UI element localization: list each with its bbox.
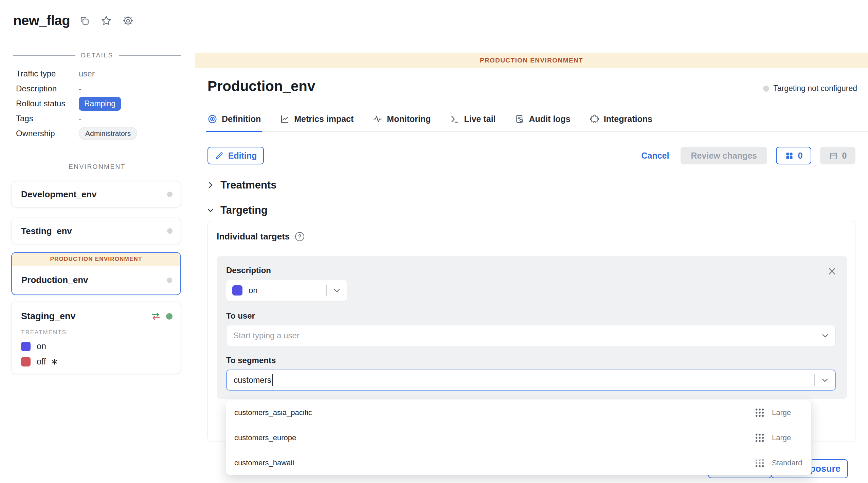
feature-flag-page: new_flag DETAILS Traffic type user Descr… — [0, 0, 868, 483]
environment-heading: ENVIRONMENT — [69, 163, 126, 171]
chevron-down-icon[interactable] — [820, 331, 830, 340]
terminal-icon — [450, 114, 459, 124]
help-icon[interactable] — [295, 232, 304, 241]
cancel-link[interactable]: Cancel — [641, 151, 669, 161]
treatment-on-swatch — [21, 342, 31, 351]
calendar-icon — [829, 151, 838, 160]
details-divider: DETAILS — [13, 52, 181, 59]
individual-target-rule-card: Description on To user — [217, 256, 847, 399]
targeting-status: Targeting not configured — [763, 84, 857, 93]
to-user-label: To user — [226, 311, 836, 321]
detail-row-traffic-type: Traffic type user — [16, 66, 181, 81]
changes-counter-button[interactable]: 0 — [776, 147, 811, 164]
treatment-color-swatch — [232, 285, 242, 296]
env-status-dot-active — [166, 313, 173, 320]
swap-arrows-icon — [150, 311, 161, 322]
tab-integrations[interactable]: Integrations — [590, 114, 652, 131]
segment-size-large-icon — [754, 432, 765, 443]
copy-icon[interactable] — [79, 15, 90, 26]
tab-definition[interactable]: Definition — [207, 114, 261, 131]
audit-log-icon — [515, 114, 525, 124]
page-title: Production_env — [207, 78, 315, 94]
production-environment-banner: PRODUCTION ENVIRONMENT — [195, 53, 868, 68]
detail-row-rollout-status: Rollout status Ramping — [16, 96, 181, 111]
env-card-staging[interactable]: Staging_env TREATMENTS on off — [11, 302, 181, 374]
segment-option-asia-pacific[interactable]: customers_asia_pacific Large — [226, 400, 811, 425]
env-status-dot — [167, 192, 173, 197]
detail-row-tags: Tags - — [16, 111, 181, 126]
to-user-input[interactable] — [233, 331, 815, 340]
schedule-counter-button[interactable]: 0 — [820, 147, 855, 164]
grid-icon — [785, 151, 794, 160]
detail-row-ownership: Ownership Administrators — [16, 126, 181, 141]
chevron-down-icon[interactable] — [820, 375, 830, 385]
targeting-status-label: Targeting not configured — [773, 84, 857, 93]
individual-targets-heading: Individual targets — [217, 231, 290, 242]
treatments-heading: TREATMENTS — [21, 329, 173, 336]
target-icon — [207, 114, 217, 124]
targeting-section-header[interactable]: Targeting — [206, 204, 268, 216]
details-list: Traffic type user Description - Rollout … — [16, 66, 181, 141]
status-dot-icon — [763, 86, 769, 92]
sidebar: new_flag DETAILS Traffic type user Descr… — [0, 0, 195, 483]
flag-name: new_flag — [13, 13, 70, 28]
segment-size-large-icon — [754, 407, 765, 418]
treatment-off: off — [21, 357, 173, 366]
env-card-production[interactable]: PRODUCTION ENVIRONMENT Production_env — [11, 252, 181, 295]
tab-live-tail[interactable]: Live tail — [450, 114, 495, 131]
environment-divider: ENVIRONMENT — [13, 163, 181, 171]
pencil-icon — [215, 151, 224, 160]
text-caret — [272, 374, 273, 386]
env-card-development[interactable]: Development_env — [11, 181, 181, 208]
rollout-status-badge: Ramping — [79, 97, 121, 111]
env-status-dot — [167, 278, 172, 283]
to-segments-value: customers — [234, 375, 271, 385]
production-environment-banner: PRODUCTION ENVIRONMENT — [12, 253, 180, 266]
treatment-off-swatch — [21, 357, 31, 366]
tab-bar: Definition Metrics impact Monitoring Liv… — [207, 114, 868, 132]
ownership-chip[interactable]: Administrators — [79, 127, 137, 140]
segment-suggestions-menu: customers_asia_pacific Large customers_e… — [226, 400, 812, 475]
treatment-select[interactable]: on — [226, 280, 347, 301]
edit-toolbar: Editing Cancel Review changes 0 0 — [207, 147, 855, 164]
description-label: Description — [226, 266, 836, 275]
gear-icon[interactable] — [122, 15, 134, 26]
tab-metrics-impact[interactable]: Metrics impact — [280, 114, 354, 131]
chart-icon — [280, 114, 290, 124]
env-status-dot — [167, 228, 173, 234]
review-changes-button[interactable]: Review changes — [681, 147, 767, 164]
pulse-icon — [373, 114, 382, 124]
editing-button[interactable]: Editing — [207, 147, 264, 164]
treatment-on: on — [21, 341, 173, 351]
default-treatment-icon — [51, 358, 58, 365]
details-heading: DETAILS — [81, 52, 113, 59]
chevron-right-icon — [206, 181, 215, 190]
to-segments-label: To segments — [226, 356, 836, 365]
segment-option-europe[interactable]: customers_europe Large — [226, 425, 811, 450]
env-card-testing[interactable]: Testing_env — [11, 218, 181, 244]
close-icon[interactable] — [827, 266, 837, 276]
treatments-section-header[interactable]: Treatments — [206, 179, 276, 191]
segment-option-hawaii[interactable]: customers_hawaii Standard — [226, 450, 811, 475]
treatment-select-value: on — [249, 286, 326, 295]
chevron-down-icon — [206, 206, 215, 215]
star-icon[interactable] — [101, 15, 112, 26]
tab-monitoring[interactable]: Monitoring — [373, 114, 431, 131]
puzzle-icon — [590, 114, 599, 124]
detail-row-description: Description - — [16, 81, 181, 96]
to-user-input-wrap — [226, 325, 836, 346]
segment-size-standard-icon — [754, 458, 765, 468]
chevron-down-icon[interactable] — [332, 286, 342, 295]
tab-audit-logs[interactable]: Audit logs — [515, 114, 571, 131]
to-segments-input[interactable]: customers — [226, 370, 836, 391]
